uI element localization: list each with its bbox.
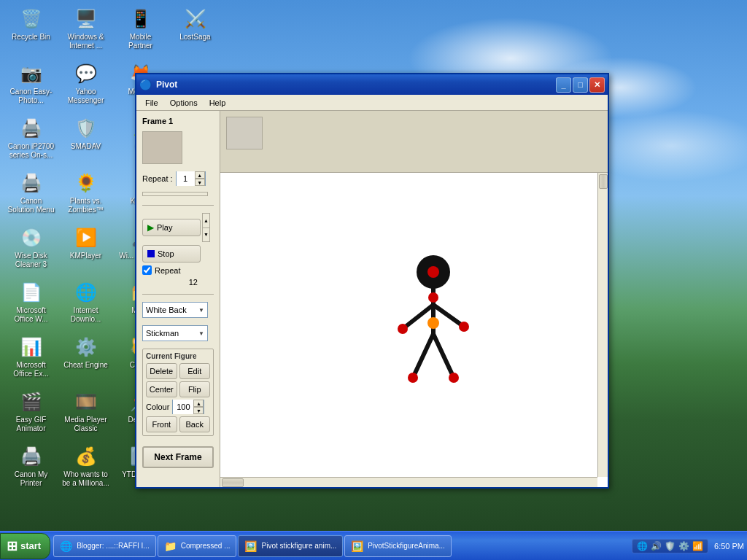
colour-down[interactable]: ▼ [193, 407, 204, 414]
window-content: Frame 1 Repeat : 1 ▲ ▼ [136, 111, 608, 487]
repeat-spinner[interactable]: ▲ ▼ [195, 171, 205, 186]
play-button[interactable]: ▶ Play [142, 219, 201, 236]
taskbar-item-pivot-anim[interactable]: 🖼️ Pivot stickfigure anim... [238, 535, 343, 557]
right-area [220, 111, 608, 487]
menu-file[interactable]: File [139, 97, 164, 109]
dropdown-arrow-fig: ▼ [198, 330, 204, 337]
current-figure-section: Current Figure Delete Edit Center Flip C… [142, 349, 214, 436]
repeat-checkbox-row: Repeat [142, 265, 214, 275]
tray-icon-5: 📶 [692, 541, 703, 551]
icon-plants-zombies[interactable]: 🌻 Plants vs. Zombies™ [58, 168, 113, 222]
background-dropdown[interactable]: White Back ▼ [142, 302, 208, 318]
icon-canon-ip2700[interactable]: 🖨️ Canon iP2700 series On-s... [4, 113, 58, 168]
frame-scroll-up[interactable]: ▲ [203, 214, 209, 228]
icon-ms-excel[interactable]: 📊 Microsoft Office Ex... [4, 332, 58, 386]
section-divider-2 [142, 294, 214, 295]
icon-who-millionaire[interactable]: 💰 Who wants to be a Milliona... [58, 441, 113, 496]
stop-icon [147, 250, 155, 257]
repeat-down[interactable]: ▼ [195, 179, 205, 186]
main-canvas [220, 173, 608, 487]
icon-smadav[interactable]: 🛡️ SMADAV [58, 113, 113, 168]
tray-icon-4: ⚙️ [678, 541, 689, 551]
repeat-row: Repeat : 1 ▲ ▼ [142, 171, 214, 186]
svg-point-6 [398, 324, 408, 334]
svg-point-12 [449, 373, 459, 383]
icon-canon-my-printer[interactable]: 🖨️ Canon My Printer [4, 441, 58, 496]
system-tray: 🌐 🔊 🛡️ ⚙️ 📶 [632, 539, 708, 553]
taskbar-icon-pivot1: 🖼️ [244, 540, 257, 552]
svg-line-11 [433, 334, 454, 378]
start-button[interactable]: ⊞ start [0, 533, 50, 559]
delete-button[interactable]: Delete [146, 363, 177, 379]
flip-button[interactable]: Flip [179, 381, 211, 397]
next-frame-button[interactable]: Next Frame [142, 446, 214, 468]
menu-bar: File Options Help [136, 95, 608, 111]
svg-point-10 [408, 373, 418, 383]
edit-button[interactable]: Edit [179, 363, 211, 379]
section-divider-1 [142, 205, 214, 206]
repeat-up[interactable]: ▲ [195, 171, 205, 179]
colour-up[interactable]: ▲ [193, 400, 204, 407]
dropdown-arrow-bg: ▼ [198, 307, 204, 314]
tray-icon-3: 🛡️ [665, 541, 676, 551]
icon-recycle-bin[interactable]: 🗑️ Recycle Bin [4, 4, 58, 58]
clock: 6:50 PM [714, 542, 744, 551]
svg-point-3 [428, 292, 438, 303]
icon-ms-word[interactable]: 📄 Microsoft Office W... [4, 277, 58, 332]
stickman-figure[interactable] [390, 250, 477, 411]
icon-wise-disk[interactable]: 💿 Wise Disk Cleaner 3 [4, 222, 58, 277]
icon-lostsaga[interactable]: ⚔️ LostSaga [168, 4, 222, 58]
minimize-button[interactable]: _ [556, 77, 571, 93]
frame-label: Frame 1 [142, 117, 214, 125]
icon-easy-gif[interactable]: 🎬 Easy GIF Animator [4, 386, 58, 441]
frame-thumbnail [142, 131, 182, 164]
svg-point-1 [427, 266, 439, 278]
repeat-value-display: 1 [177, 171, 195, 186]
icon-canon-easy-photo[interactable]: 📷 Canon Easy-Photo... [4, 58, 58, 113]
icon-cheat-engine[interactable]: ⚙️ Cheat Engine [58, 332, 113, 386]
repeat-label: Repeat : [142, 174, 173, 183]
canvas-hscroll[interactable] [220, 477, 597, 487]
icon-ie[interactable]: 🌐 Internet Downlo... [58, 277, 113, 332]
figure-dropdown[interactable]: Stickman ▼ [142, 325, 208, 341]
colour-spinner[interactable]: ▲ ▼ [193, 400, 204, 414]
icon-media-player-classic[interactable]: 🎞️ Media Player Classic [58, 386, 113, 441]
window-controls: _ □ ✕ [556, 77, 605, 93]
taskbar-icon-blogger: 🌐 [60, 540, 72, 552]
colour-input[interactable] [173, 400, 193, 414]
close-button[interactable]: ✕ [589, 77, 605, 93]
taskbar-icon-pivot2: 🖼️ [351, 540, 363, 552]
front-button[interactable]: Front [146, 416, 177, 432]
taskbar-item-blogger[interactable]: 🌐 Blogger: ....::RAFFI I... [53, 535, 155, 557]
back-button[interactable]: Back [179, 416, 211, 432]
taskbar-right: 🌐 🔊 🛡️ ⚙️ 📶 6:50 PM [629, 539, 747, 553]
desktop-icon-area: 🗑️ Recycle Bin 📷 Canon Easy-Photo... 🖨️ … [0, 0, 135, 525]
icon-yahoo-messenger[interactable]: 💬 Yahoo Messenger [58, 58, 113, 113]
window-titlebar: 🔵 Pivot _ □ ✕ [136, 74, 608, 95]
canvas-vscroll[interactable] [597, 173, 608, 477]
play-icon: ▶ [147, 222, 154, 233]
taskbar-item-pivot-stickfig[interactable]: 🖼️ PivotStickfigureAnima... [344, 535, 452, 557]
frame-scroll-down[interactable]: ▼ [203, 228, 209, 242]
stop-button[interactable]: Stop [142, 245, 201, 262]
taskbar-icon-compressed: 📁 [164, 540, 177, 552]
desktop: 🗑️ Recycle Bin 📷 Canon Easy-Photo... 🖨️ … [0, 0, 747, 560]
menu-help[interactable]: Help [204, 97, 232, 109]
taskbar-item-compressed[interactable]: 📁 Compressed ... [158, 535, 237, 557]
icon-mobile-partner[interactable]: 📱 Mobile Partner [113, 4, 168, 58]
icon-canon-solution[interactable]: 🖨️ Canon Solution Menu [4, 168, 58, 222]
center-button[interactable]: Center [146, 381, 177, 397]
front-back-row: Front Back [146, 416, 210, 432]
vscroll-thumb[interactable] [599, 174, 608, 189]
frame-preview [226, 117, 263, 149]
icon-kmplayer[interactable]: ▶️ KMPlayer [58, 222, 113, 277]
svg-point-8 [459, 322, 469, 332]
icon-windows-internet[interactable]: 🖥️ Windows & Internet ... [58, 4, 113, 58]
repeat-checkbox[interactable] [142, 265, 152, 275]
hscroll-thumb[interactable] [222, 478, 244, 487]
menu-options[interactable]: Options [164, 97, 204, 109]
taskbar-items: 🌐 Blogger: ....::RAFFI I... 📁 Compressed… [53, 535, 629, 557]
left-panel: Frame 1 Repeat : 1 ▲ ▼ [136, 111, 220, 487]
svg-point-4 [427, 317, 439, 329]
maximize-button[interactable]: □ [573, 77, 588, 93]
